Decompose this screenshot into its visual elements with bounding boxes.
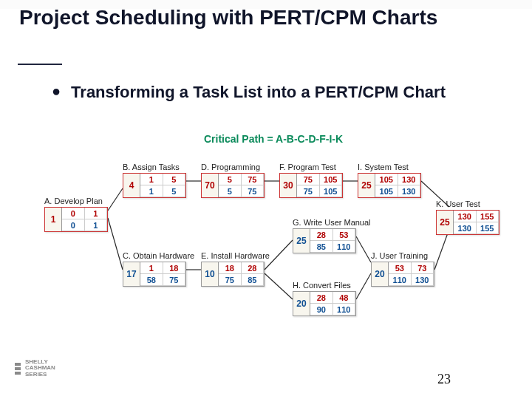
task-D: D. Programming 70 575 575 xyxy=(201,163,265,198)
task-G: G. Write User Manual 25 2853 85110 xyxy=(293,218,356,253)
task-D-label: D. Programming xyxy=(201,163,265,171)
task-G-ef: 53 xyxy=(333,229,356,241)
svg-line-8 xyxy=(356,236,371,262)
title-underline xyxy=(18,64,62,65)
task-C-es: 1 xyxy=(140,262,163,274)
logo-bars-icon xyxy=(15,363,21,375)
task-A: A. Develop Plan 1 01 01 xyxy=(44,197,108,232)
task-E-dur: 10 xyxy=(202,262,219,286)
task-H-label: H. Convert Files xyxy=(293,281,356,290)
slide: Project Scheduling with PERT/CPM Charts … xyxy=(0,0,532,399)
task-B: B. Assign Tasks 4 15 15 xyxy=(123,163,186,198)
task-E-ls: 75 xyxy=(219,274,242,286)
task-C-lf: 75 xyxy=(163,274,186,286)
bullet-text: Transforming a Task List into a PERT/CPM… xyxy=(71,83,446,102)
task-A-dur: 1 xyxy=(45,208,62,231)
task-D-dur: 70 xyxy=(202,174,219,197)
task-B-ef: 5 xyxy=(163,174,186,185)
task-G-label: G. Write User Manual xyxy=(293,218,356,227)
task-G-ls: 85 xyxy=(310,241,333,253)
task-D-ls: 5 xyxy=(219,185,242,197)
task-I-lf: 130 xyxy=(398,185,421,197)
task-A-lf: 1 xyxy=(85,219,108,231)
task-F: F. Program Test 30 75105 75105 xyxy=(279,163,343,198)
task-F-dur: 30 xyxy=(280,174,297,197)
task-K-es: 130 xyxy=(454,211,477,222)
svg-line-9 xyxy=(356,273,371,299)
task-J-lf: 130 xyxy=(412,274,434,286)
task-J-ef: 73 xyxy=(412,262,434,274)
task-H-lf: 110 xyxy=(333,304,356,316)
task-E-label: E. Install Hardware xyxy=(201,251,265,260)
task-E-es: 18 xyxy=(219,262,242,274)
task-I-ef: 130 xyxy=(398,174,421,185)
logo-l3: SERIES xyxy=(25,372,55,378)
pert-diagram: Critical Path = A-B-C-D-F-I-K A. Develop… xyxy=(44,133,502,325)
task-F-label: F. Program Test xyxy=(279,163,343,171)
task-F-lf: 105 xyxy=(320,185,343,197)
task-K-dur: 25 xyxy=(437,211,454,234)
page-title: Project Scheduling with PERT/CPM Charts xyxy=(19,6,517,30)
task-D-ef: 75 xyxy=(242,174,265,185)
svg-line-6 xyxy=(265,273,293,299)
task-D-es: 5 xyxy=(219,174,242,185)
task-F-ef: 105 xyxy=(320,174,343,185)
task-A-es: 0 xyxy=(62,208,85,219)
bullet-item: ● Transforming a Task List into a PERT/C… xyxy=(52,83,446,102)
task-B-dur: 4 xyxy=(123,174,140,197)
task-C: C. Obtain Hardware 17 118 5875 xyxy=(123,251,186,287)
page-number: 23 xyxy=(437,372,451,387)
task-K-lf: 155 xyxy=(477,222,499,234)
task-B-label: B. Assign Tasks xyxy=(123,163,186,171)
task-H-ef: 48 xyxy=(333,292,356,304)
task-I-label: I. System Test xyxy=(358,163,421,171)
task-G-dur: 25 xyxy=(293,229,310,253)
task-J-label: J. User Training xyxy=(371,251,434,260)
svg-line-1 xyxy=(108,218,123,270)
task-D-lf: 75 xyxy=(242,185,265,197)
task-A-ef: 1 xyxy=(85,208,108,219)
task-E-ef: 28 xyxy=(242,262,265,274)
task-H: H. Convert Files 20 2848 90110 xyxy=(293,281,356,316)
task-A-label: A. Develop Plan xyxy=(44,197,108,205)
task-K-ef: 155 xyxy=(477,211,499,222)
task-E: E. Install Hardware 10 1828 7585 xyxy=(201,251,265,287)
task-C-ls: 58 xyxy=(140,274,163,286)
connector-lines xyxy=(44,133,502,325)
task-K-ls: 130 xyxy=(454,222,477,234)
task-F-es: 75 xyxy=(297,174,320,185)
task-K-label: K. User Test xyxy=(436,200,499,208)
bullet-dot-icon: ● xyxy=(52,83,61,99)
task-B-ls: 1 xyxy=(140,185,163,197)
task-C-ef: 18 xyxy=(163,262,186,274)
task-K: K. User Test 25 130155 130155 xyxy=(436,200,499,235)
task-C-dur: 17 xyxy=(123,262,140,286)
task-I: I. System Test 25 105130 105130 xyxy=(358,163,421,198)
task-H-es: 28 xyxy=(310,292,333,304)
task-C-label: C. Obtain Hardware xyxy=(123,251,186,260)
task-I-ls: 105 xyxy=(375,185,398,197)
task-I-dur: 25 xyxy=(358,174,375,197)
task-A-ls: 0 xyxy=(62,219,85,231)
task-H-ls: 90 xyxy=(310,304,333,316)
logo-text: SHELLY CASHMAN SERIES xyxy=(25,359,55,378)
task-J-dur: 20 xyxy=(372,262,389,286)
svg-line-11 xyxy=(434,229,449,270)
task-G-lf: 110 xyxy=(333,241,356,253)
critical-path-label: Critical Path = A-B-C-D-F-I-K xyxy=(44,133,502,145)
task-F-ls: 75 xyxy=(297,185,320,197)
task-B-es: 1 xyxy=(140,174,163,185)
task-H-dur: 20 xyxy=(293,292,310,316)
svg-line-0 xyxy=(108,188,123,211)
task-J: J. User Training 20 5373 110130 xyxy=(371,251,434,287)
series-logo: SHELLY CASHMAN SERIES xyxy=(15,359,55,378)
task-G-es: 28 xyxy=(310,229,333,241)
task-I-es: 105 xyxy=(375,174,398,185)
task-B-lf: 5 xyxy=(163,185,186,197)
task-J-ls: 110 xyxy=(389,274,412,286)
task-E-lf: 85 xyxy=(242,274,265,286)
task-J-es: 53 xyxy=(389,262,412,274)
